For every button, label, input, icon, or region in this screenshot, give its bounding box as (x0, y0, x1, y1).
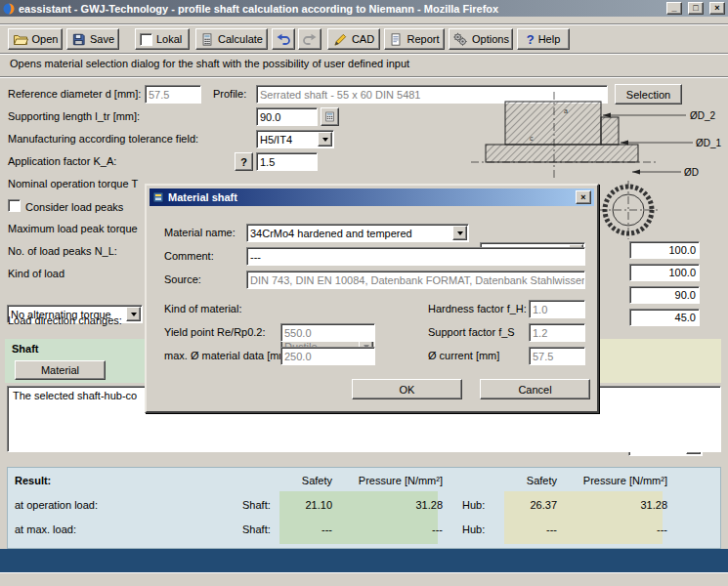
shaft-material-button[interactable]: Material (15, 360, 106, 380)
cad-pencil-icon (333, 32, 348, 47)
hub-distance-field[interactable]: 45.0 (629, 309, 700, 326)
comment-field[interactable]: --- (246, 247, 585, 266)
kind-of-material-label: Kind of material: (164, 303, 241, 315)
lokal-toggle[interactable]: Lokal (135, 28, 190, 50)
source-field: DIN 743, DIN EN 10084, Datenbank FORMAT,… (246, 271, 585, 289)
dialog-icon (152, 191, 164, 203)
serration-teeth (605, 187, 652, 233)
current-diameter-field: 57.5 (529, 347, 585, 365)
result-value: --- (498, 523, 557, 536)
chevron-down-icon (457, 231, 463, 235)
hardness-factor-field: 1.0 (529, 300, 585, 318)
material-name-combobox[interactable]: 34CrMo4 hardened and tempered (246, 224, 469, 242)
result-value: 26.37 (498, 499, 557, 512)
profile-label: Profile: (213, 88, 246, 101)
gears-icon (452, 31, 468, 47)
result-pressure-header-hub: Pressure [N/mm²] (570, 475, 667, 487)
minimize-button[interactable]: _ (666, 2, 682, 15)
load-peaks-label: No. of load peaks N_L: (8, 245, 117, 258)
help-button[interactable]: ? Help (517, 28, 570, 50)
application-factor-field[interactable]: 1.5 (256, 152, 318, 171)
lokal-checkbox[interactable] (140, 33, 152, 46)
result-value: --- (384, 523, 443, 536)
result-row-label: at operation load: (15, 499, 98, 512)
reference-diameter-field: 57.5 (145, 85, 201, 104)
chevron-down-icon (131, 313, 137, 316)
calculate-button-label: Calculate (218, 33, 263, 45)
close-button[interactable]: × (709, 2, 725, 15)
result-value: 31.28 (384, 499, 443, 512)
material-name-value: 34CrMo4 hardened and tempered (250, 228, 412, 239)
report-button[interactable]: Report (384, 28, 445, 50)
tolerance-combobox[interactable]: H5/IT4 (256, 130, 334, 148)
drawing-c-label: c (530, 135, 534, 142)
application-factor-help-button[interactable]: ? (235, 152, 253, 171)
window-statusbar (0, 572, 728, 586)
drawing-a-label: a (564, 107, 568, 114)
hardness-factor-label: Hardness factor f_H: (428, 303, 527, 315)
tolerance-dropdown-arrow[interactable] (318, 132, 332, 146)
cad-button[interactable]: CAD (327, 28, 380, 50)
result-value: 21.10 (274, 499, 332, 512)
supporting-length-label: Supporting length l_tr [mm]: (8, 110, 140, 123)
window-title: eassistant - GWJ-Technology - profile sh… (19, 3, 661, 15)
max-diameter-field: 250.0 (280, 347, 375, 365)
reference-diameter-label: Reference diameter d [mm]: (8, 88, 141, 101)
source-label: Source: (164, 273, 201, 286)
dialog-titlebar: Material shaft × (150, 188, 594, 206)
redo-arrow-icon (302, 31, 318, 47)
calculate-button[interactable]: Calculate (195, 28, 268, 50)
supporting-length-calculator-button[interactable] (321, 107, 339, 126)
statusbar-hint: Opens material selection dialog for the … (10, 58, 409, 70)
tolerance-label: Manufacturing according tolerance field: (8, 133, 198, 146)
undo-button[interactable] (272, 28, 295, 50)
hub-inner-diameter-field[interactable]: 100.0 (629, 264, 700, 281)
material-name-label: Material name: (164, 227, 236, 239)
material-shaft-dialog: Material shaft × Material name: 34CrMo4 … (145, 184, 599, 413)
redo-button[interactable] (298, 28, 321, 50)
dim-d2-label: ØD_2 (690, 110, 716, 121)
result-row-label: at max. load: (15, 523, 76, 536)
shaft-section-title: Shaft (12, 343, 39, 356)
save-button-label: Save (90, 33, 114, 45)
firefox-icon (3, 3, 15, 15)
options-button[interactable]: Options (449, 28, 513, 50)
chevron-down-icon (322, 138, 328, 142)
consider-load-peaks-checkbox[interactable] (8, 199, 21, 212)
undo-arrow-icon (276, 31, 291, 47)
yield-point-label: Yield point Re/Rp0.2: (164, 326, 266, 339)
supporting-length-field[interactable]: 90.0 (256, 107, 318, 126)
divider (0, 76, 728, 78)
application-window: eassistant - GWJ-Technology - profile sh… (0, 0, 728, 586)
help-button-label: Help (538, 33, 561, 45)
material-name-dropdown-arrow[interactable] (452, 226, 467, 240)
note-text: The selected shaft-hub-co (13, 390, 137, 401)
result-hub-label: Hub: (462, 499, 485, 512)
result-safety-header-shaft: Safety (274, 475, 332, 487)
result-value: --- (274, 523, 332, 536)
help-question-icon: ? (527, 32, 535, 47)
kind-of-load-dropdown-arrow[interactable] (126, 307, 141, 321)
open-button-label: Open (32, 33, 59, 45)
maximize-button[interactable]: □ (688, 2, 704, 15)
tolerance-value: H5/IT4 (260, 134, 292, 146)
application-factor-label: Application factor K_A: (8, 155, 116, 168)
hub-width-field[interactable]: 90.0 (629, 286, 700, 304)
hub-outer-diameter-field[interactable]: 100.0 (629, 241, 700, 259)
save-button[interactable]: Save (66, 28, 119, 50)
support-factor-field: 1.2 (529, 323, 585, 342)
open-button[interactable]: Open (8, 28, 63, 50)
lokal-label: Lokal (156, 33, 182, 45)
cancel-button[interactable]: Cancel (480, 379, 590, 399)
result-shaft-label: Shaft: (242, 523, 271, 536)
comment-label: Comment: (164, 250, 214, 263)
result-value: 31.28 (609, 499, 667, 512)
dialog-close-button[interactable]: × (576, 190, 591, 204)
max-diameter-label: max. Ø material data [mm] (164, 350, 291, 362)
ok-button[interactable]: OK (352, 379, 462, 399)
yield-point-field: 550.0 (280, 323, 375, 342)
dim-d1-label: ØD_1 (696, 138, 722, 148)
current-diameter-label: Ø current [mm] (428, 350, 499, 362)
options-button-label: Options (472, 33, 509, 45)
divider (0, 23, 728, 25)
